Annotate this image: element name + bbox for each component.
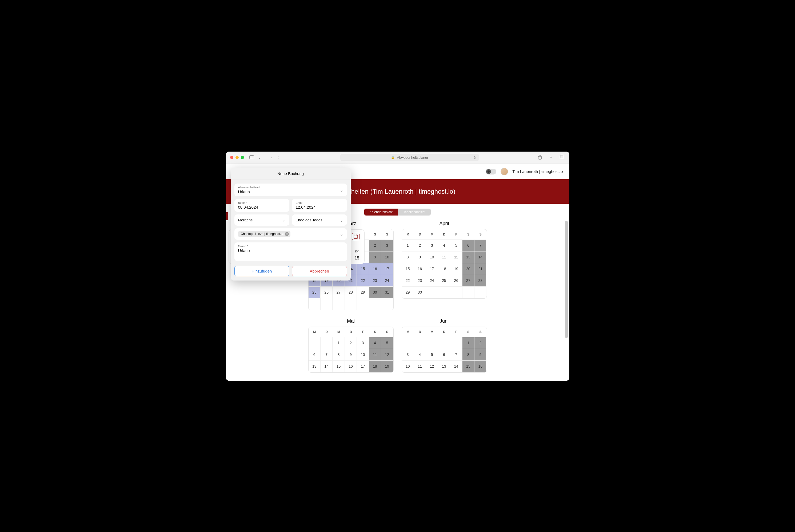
calendar-day[interactable]: 22 (402, 275, 414, 287)
calendar-day[interactable]: 24 (381, 275, 393, 287)
end-time-select[interactable]: Ende des Tages ⌄ (292, 214, 347, 226)
calendar-day[interactable]: 16 (345, 361, 357, 373)
calendar-day[interactable]: 24 (426, 275, 438, 287)
back-button[interactable]: 〈 (268, 154, 274, 160)
calendar-day[interactable]: 13 (463, 251, 474, 263)
calendar-day[interactable]: 13 (309, 361, 321, 373)
calendar-day[interactable]: 26 (321, 287, 332, 298)
calendar-day[interactable]: 12 (381, 349, 393, 361)
calendar-day[interactable]: 17 (381, 263, 393, 275)
calendar-day[interactable]: 1 (332, 337, 345, 349)
calendar-day[interactable]: 13 (438, 361, 450, 373)
calendar-day[interactable]: 6 (438, 349, 450, 361)
calendar-day[interactable]: 1 (463, 337, 474, 349)
reason-field[interactable]: Grund * Urlaub (234, 243, 347, 261)
calendar-day[interactable]: 7 (474, 240, 486, 251)
calendar-day[interactable]: 17 (357, 361, 369, 373)
calendar-day[interactable]: 6 (309, 349, 321, 361)
calendar-day[interactable]: 3 (426, 240, 438, 251)
scrollbar-thumb[interactable] (565, 221, 568, 338)
calendar-day[interactable]: 20 (463, 263, 474, 275)
calendar-day[interactable]: 23 (369, 275, 381, 287)
calendar-day[interactable]: 3 (402, 349, 414, 361)
calendar-day[interactable]: 9 (474, 349, 486, 361)
calendar-day[interactable]: 29 (402, 287, 414, 298)
calendar-day[interactable]: 9 (369, 251, 381, 263)
calendar-day[interactable]: 19 (381, 361, 393, 373)
calendar-day[interactable]: 8 (402, 251, 414, 263)
share-icon[interactable] (537, 154, 543, 161)
calendar-day[interactable]: 1 (402, 240, 414, 251)
calendar-day[interactable]: 10 (402, 361, 414, 373)
calendar-day[interactable]: 2 (414, 240, 426, 251)
calendar-day[interactable]: 19 (450, 263, 462, 275)
calendar-day[interactable]: 30 (369, 287, 381, 298)
calendar-day[interactable]: 11 (369, 349, 381, 361)
calendar-day[interactable]: 2 (369, 240, 381, 251)
calendar-day[interactable]: 10 (357, 349, 369, 361)
calendar-day[interactable]: 8 (463, 349, 474, 361)
chip-remove-icon[interactable]: ✕ (285, 232, 289, 236)
theme-toggle[interactable] (486, 169, 496, 174)
tab-table-view[interactable]: Tabellenansicht (398, 209, 431, 215)
calendar-day[interactable]: 10 (381, 251, 393, 263)
calendar-day[interactable]: 8 (332, 349, 345, 361)
calendar-day[interactable]: 2 (474, 337, 486, 349)
calendar-day[interactable]: 17 (426, 263, 438, 275)
calendar-day[interactable]: 5 (450, 240, 462, 251)
calendar-day[interactable]: 25 (309, 287, 321, 298)
calendar-day[interactable]: 7 (321, 349, 332, 361)
minimize-window-button[interactable] (235, 156, 239, 159)
calendar-day[interactable]: 4 (369, 337, 381, 349)
calendar-day[interactable]: 28 (345, 287, 357, 298)
calendar-day[interactable]: 4 (414, 349, 426, 361)
scrollbar[interactable] (564, 221, 568, 378)
absence-type-select[interactable]: Abwesenheitsart Urlaub ⌄ (234, 184, 347, 196)
calendar-icon[interactable] (352, 233, 360, 240)
chevron-down-icon[interactable]: ⌄ (257, 154, 263, 160)
calendar-day[interactable]: 2 (345, 337, 357, 349)
calendar-day[interactable]: 9 (414, 251, 426, 263)
calendar-day[interactable]: 27 (332, 287, 345, 298)
new-tab-icon[interactable]: ＋ (548, 154, 554, 161)
cancel-button[interactable]: Abbrechen (292, 266, 347, 276)
calendar-day[interactable]: 14 (321, 361, 332, 373)
tabs-icon[interactable] (559, 154, 565, 161)
add-button[interactable]: Hinzufügen (234, 266, 289, 276)
calendar-day[interactable]: 9 (345, 349, 357, 361)
calendar-day[interactable]: 25 (438, 275, 450, 287)
maximize-window-button[interactable] (241, 156, 244, 159)
calendar-day[interactable]: 3 (381, 240, 393, 251)
calendar-day[interactable]: 16 (414, 263, 426, 275)
calendar-day[interactable]: 15 (402, 263, 414, 275)
calendar-day[interactable]: 12 (450, 251, 462, 263)
begin-time-select[interactable]: Morgens ⌄ (234, 214, 289, 226)
calendar-day[interactable]: 15 (463, 361, 474, 373)
calendar-day[interactable]: 29 (357, 287, 369, 298)
calendar-day[interactable]: 27 (463, 275, 474, 287)
calendar-day[interactable]: 12 (426, 361, 438, 373)
begin-date-field[interactable]: Beginn 08.04.2024 (234, 199, 289, 212)
calendar-day[interactable]: 18 (369, 361, 381, 373)
calendar-day[interactable]: 10 (426, 251, 438, 263)
reload-icon[interactable]: ↻ (473, 156, 476, 159)
calendar-day[interactable]: 6 (463, 240, 474, 251)
forward-button[interactable]: 〉 (276, 154, 283, 160)
calendar-day[interactable]: 3 (357, 337, 369, 349)
person-select[interactable]: Christoph Hinze | timeghost.io ✕ ⌄ (234, 228, 347, 240)
calendar-day[interactable]: 14 (474, 251, 486, 263)
calendar-day[interactable]: 11 (438, 251, 450, 263)
end-date-field[interactable]: Ende 12.04.2024 (292, 199, 347, 212)
close-window-button[interactable] (230, 156, 233, 159)
address-bar[interactable]: 🔒 Abwesenheitsplaner ↻ (340, 154, 479, 161)
calendar-day[interactable]: 22 (357, 275, 369, 287)
calendar-day[interactable]: 21 (474, 263, 486, 275)
calendar-day[interactable]: 18 (438, 263, 450, 275)
calendar-day[interactable]: 16 (369, 263, 381, 275)
calendar-day[interactable]: 14 (450, 361, 462, 373)
calendar-day[interactable]: 15 (357, 263, 369, 275)
calendar-day[interactable]: 30 (414, 287, 426, 298)
avatar[interactable] (501, 168, 508, 175)
calendar-day[interactable]: 5 (426, 349, 438, 361)
calendar-day[interactable]: 26 (450, 275, 462, 287)
